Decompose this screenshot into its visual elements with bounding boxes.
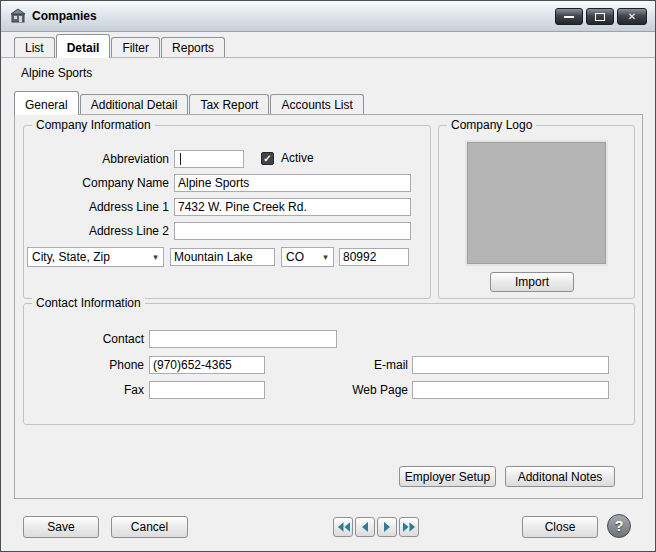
text-caret (180, 153, 181, 165)
contact-information-group: Contact Information Contact Phone E-mail… (23, 303, 635, 425)
email-label: E-mail (308, 356, 408, 374)
city-state-zip-row: City, State, Zip ▾ CO ▾ (24, 247, 430, 267)
company-name-row: Company Name (24, 174, 430, 194)
phone-input[interactable] (149, 356, 265, 374)
address-line-1-input[interactable] (174, 198, 411, 216)
import-button[interactable]: Import (490, 272, 574, 292)
tab-tax-report[interactable]: Tax Report (189, 94, 269, 114)
web-page-input[interactable] (412, 381, 609, 399)
address-line-2-row: Address Line 2 (24, 222, 430, 242)
right-arrow-icon (383, 522, 391, 532)
chevron-down-icon: ▾ (148, 252, 163, 262)
zip-input[interactable] (339, 248, 409, 266)
state-select-value: CO (282, 250, 318, 264)
window-title: Companies (32, 9, 97, 23)
company-information-title: Company Information (32, 118, 155, 132)
phone-email-row: Phone E-mail (24, 356, 634, 376)
address-line-1-row: Address Line 1 (24, 198, 430, 218)
next-record-button[interactable] (377, 517, 397, 537)
contact-information-title: Contact Information (32, 296, 145, 310)
tab-detail[interactable]: Detail (56, 34, 111, 58)
company-logo-placeholder (467, 142, 606, 264)
help-icon: ? (615, 518, 624, 534)
help-button[interactable]: ? (607, 514, 631, 538)
employer-setup-button[interactable]: Employer Setup (399, 466, 496, 487)
email-input[interactable] (412, 356, 609, 374)
state-select[interactable]: CO ▾ (281, 247, 334, 267)
city-state-zip-format-select[interactable]: City, State, Zip ▾ (27, 247, 164, 267)
titlebar: Companies ✕ (1, 1, 655, 32)
active-checkbox[interactable]: ✓ (261, 152, 274, 165)
tab-additional-detail[interactable]: Additional Detail (80, 94, 189, 114)
chevron-down-icon: ▾ (318, 252, 333, 262)
city-input[interactable] (170, 248, 275, 266)
first-record-button[interactable] (333, 517, 353, 537)
company-name-input[interactable] (174, 174, 411, 192)
contact-row: Contact (24, 330, 634, 350)
company-logo-title: Company Logo (447, 118, 536, 132)
phone-label: Phone (24, 356, 144, 374)
tab-accounts-list[interactable]: Accounts List (270, 94, 363, 114)
close-window-button[interactable]: ✕ (617, 8, 647, 25)
format-select-value: City, State, Zip (28, 250, 148, 264)
fax-input[interactable] (149, 381, 265, 399)
window-controls: ✕ (555, 8, 647, 25)
contact-input[interactable] (149, 330, 337, 348)
main-tab-strip: List Detail Filter Reports (14, 34, 226, 58)
address-line-2-input[interactable] (174, 222, 411, 240)
fax-webpage-row: Fax Web Page (24, 381, 634, 401)
maximize-icon (595, 13, 605, 21)
tab-filter[interactable]: Filter (111, 37, 160, 57)
double-right-arrow-icon (403, 522, 416, 532)
tab-reports[interactable]: Reports (161, 37, 225, 57)
contact-label: Contact (24, 330, 144, 348)
close-icon: ✕ (628, 12, 636, 22)
abbreviation-row: Abbreviation ✓ Active (24, 150, 430, 170)
close-button[interactable]: Close (522, 516, 598, 538)
company-name-label: Company Name (24, 174, 169, 192)
tab-general[interactable]: General (14, 91, 79, 115)
last-record-button[interactable] (399, 517, 419, 537)
app-icon (10, 8, 26, 24)
address-line-2-label: Address Line 2 (24, 222, 169, 240)
double-left-arrow-icon (337, 522, 350, 532)
record-title: Alpine Sports (21, 66, 92, 80)
minimize-button[interactable] (555, 8, 583, 25)
save-button[interactable]: Save (23, 516, 99, 538)
active-label: Active (281, 150, 314, 167)
company-information-group: Company Information Abbreviation ✓ Activ… (23, 125, 431, 299)
address-line-1-label: Address Line 1 (24, 198, 169, 216)
minimize-icon (564, 16, 574, 18)
maximize-button[interactable] (586, 8, 614, 25)
abbreviation-input[interactable] (174, 150, 244, 168)
check-icon: ✓ (263, 154, 271, 164)
cancel-button[interactable]: Cancel (111, 516, 188, 538)
general-tab-page: Company Information Abbreviation ✓ Activ… (14, 114, 643, 499)
abbreviation-label: Abbreviation (24, 150, 169, 168)
web-page-label: Web Page (308, 381, 408, 399)
additional-notes-button[interactable]: Additonal Notes (505, 466, 615, 487)
left-arrow-icon (361, 522, 369, 532)
companies-window: Companies ✕ List Detail Filter Reports A… (0, 0, 656, 552)
record-navigation (333, 517, 419, 537)
company-logo-group: Company Logo Import (438, 125, 635, 299)
tab-list[interactable]: List (14, 37, 55, 57)
previous-record-button[interactable] (355, 517, 375, 537)
detail-tab-strip: General Additional Detail Tax Report Acc… (14, 91, 365, 115)
fax-label: Fax (24, 381, 144, 399)
